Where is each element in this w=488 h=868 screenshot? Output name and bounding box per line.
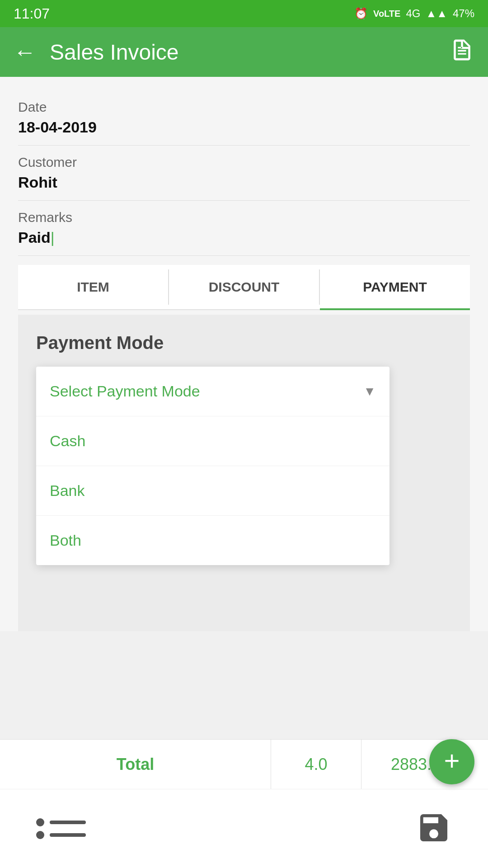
payment-mode-card: Payment Mode Select Payment Mode ▼ Cash …	[18, 315, 470, 631]
payment-mode-dropdown[interactable]: Select Payment Mode ▼ Cash Bank Both	[36, 367, 389, 565]
list-row-1	[36, 818, 86, 826]
4g-icon: 4G	[406, 7, 420, 20]
dropdown-selected-row[interactable]: Select Payment Mode ▼	[36, 367, 389, 416]
page-title: Sales Invoice	[50, 40, 436, 65]
plus-icon: +	[444, 747, 460, 774]
customer-label: Customer	[18, 155, 470, 170]
remarks-label: Remarks	[18, 210, 470, 225]
list-line-2	[50, 833, 86, 837]
battery-icon: 47%	[453, 7, 474, 20]
content-area: Date 18-04-2019 Customer Rohit Remarks P…	[0, 77, 488, 631]
tab-payment[interactable]: PAYMENT	[320, 266, 470, 310]
dropdown-placeholder: Select Payment Mode	[50, 382, 200, 400]
total-qty: 4.0	[271, 740, 361, 789]
remarks-value[interactable]: Paid	[18, 229, 470, 251]
date-field-section: Date 18-04-2019	[18, 90, 470, 146]
back-button[interactable]: ←	[14, 41, 36, 63]
signal-icon: ▲▲	[426, 7, 447, 20]
status-bar: 11:07 ⏰ VoLTE 4G ▲▲ 47%	[0, 0, 488, 27]
alarm-icon: ⏰	[354, 7, 368, 20]
save-button[interactable]	[416, 810, 452, 848]
list-dot-2	[36, 831, 44, 839]
dropdown-option-bank[interactable]: Bank	[36, 466, 389, 516]
list-view-button[interactable]	[36, 818, 86, 839]
document-icon[interactable]	[450, 38, 474, 67]
tab-discount[interactable]: DISCOUNT	[169, 266, 319, 310]
header: ← Sales Invoice	[0, 27, 488, 77]
status-time: 11:07	[14, 5, 50, 22]
list-dot-1	[36, 818, 44, 826]
list-row-2	[36, 831, 86, 839]
total-row: Total 4.0 2883.363	[0, 739, 488, 789]
save-icon	[416, 810, 452, 846]
add-fab-button[interactable]: +	[429, 739, 474, 784]
tab-item[interactable]: ITEM	[18, 266, 168, 310]
volte-icon: VoLTE	[373, 9, 400, 19]
customer-field-section: Customer Rohit	[18, 146, 470, 201]
status-icons: ⏰ VoLTE 4G ▲▲ 47%	[354, 7, 474, 20]
customer-value[interactable]: Rohit	[18, 174, 470, 196]
tabs-container: ITEM DISCOUNT PAYMENT	[18, 265, 470, 310]
payment-mode-title: Payment Mode	[36, 333, 452, 353]
date-label: Date	[18, 99, 470, 115]
total-label: Total	[0, 740, 271, 789]
date-value[interactable]: 18-04-2019	[18, 118, 470, 141]
list-line-1	[50, 821, 86, 824]
dropdown-option-cash[interactable]: Cash	[36, 416, 389, 466]
dropdown-arrow-icon: ▼	[363, 384, 376, 399]
dropdown-option-both[interactable]: Both	[36, 516, 389, 565]
bottom-navigation	[0, 789, 488, 868]
remarks-field-section: Remarks Paid	[18, 201, 470, 256]
